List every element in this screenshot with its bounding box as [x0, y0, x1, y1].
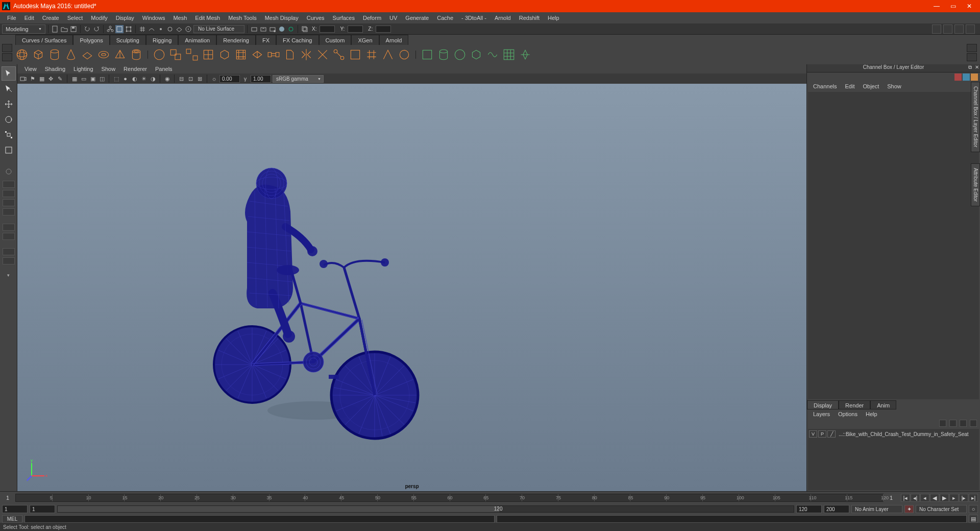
shelf-tab-arnold[interactable]: Arnold	[379, 35, 409, 45]
resolution-gate-icon[interactable]: ▣	[89, 75, 96, 83]
wireframe-icon[interactable]: ⬚	[112, 75, 120, 83]
bevel-icon[interactable]	[283, 48, 297, 61]
select-by-hierarchy-icon[interactable]	[106, 25, 114, 33]
channel-list[interactable]	[808, 92, 979, 399]
layer-tab-anim[interactable]: Anim	[870, 400, 896, 409]
menu-curves[interactable]: Curves	[303, 15, 329, 21]
rotate-tool[interactable]	[2, 112, 16, 127]
menu-generate[interactable]: Generate	[401, 15, 433, 21]
layer-row[interactable]: V P ╱ ...::Bike_with_Child_Crash_Test_Du…	[809, 430, 978, 438]
polysphere-icon[interactable]	[15, 48, 29, 61]
bridge-icon[interactable]	[267, 48, 280, 61]
boolean-icon[interactable]	[218, 48, 231, 61]
polytorus-icon[interactable]	[97, 48, 110, 61]
step-back-button[interactable]: ◂	[920, 494, 929, 502]
last-tool[interactable]	[2, 143, 16, 157]
mirror-icon[interactable]	[300, 48, 313, 61]
snap-projected-icon[interactable]	[166, 25, 174, 33]
polycylinder-icon[interactable]	[48, 48, 61, 61]
layer-move-down-icon[interactable]	[949, 420, 957, 427]
manip-z-icon[interactable]	[971, 74, 978, 81]
snap-live-icon[interactable]	[184, 25, 192, 33]
shelf-tab-rendering[interactable]: Rendering	[216, 35, 256, 45]
menu-uv[interactable]: UV	[385, 15, 401, 21]
minimize-button[interactable]: —	[933, 3, 940, 10]
shadows-icon[interactable]: ◑	[149, 75, 157, 83]
layer-menu-help[interactable]: Help	[862, 411, 881, 417]
attribute-editor-icon[interactable]	[943, 25, 952, 34]
camera-select-icon[interactable]	[19, 75, 27, 83]
smooth-icon[interactable]	[202, 48, 215, 61]
layout-3[interactable]	[3, 248, 15, 255]
shelf-right-btn-1[interactable]	[967, 44, 977, 52]
shelf-tab-xgen[interactable]: XGen	[351, 35, 379, 45]
menu-deform[interactable]: Deform	[359, 15, 385, 21]
shaded-icon[interactable]: ●	[121, 75, 129, 83]
close-button[interactable]: ✕	[966, 3, 973, 10]
modeling-toolkit-icon[interactable]	[932, 25, 941, 34]
menu-arnold[interactable]: Arnold	[491, 15, 515, 21]
open-scene-icon[interactable]	[60, 25, 68, 33]
menu-cache[interactable]: Cache	[433, 15, 457, 21]
manip-x-icon[interactable]	[954, 74, 962, 81]
step-forward-key-button[interactable]: |▸	[959, 494, 968, 502]
isolate-icon[interactable]: ◉	[163, 75, 171, 83]
go-end-button[interactable]: ▸|	[969, 494, 978, 502]
menu-display[interactable]: Display	[112, 15, 138, 21]
exposure-value[interactable]: 0.00	[219, 75, 240, 83]
menu-edit-mesh[interactable]: Edit Mesh	[191, 15, 224, 21]
scale-tool[interactable]	[2, 128, 16, 142]
shelf-left-btn-1[interactable]	[2, 44, 12, 52]
menu-mesh-tools[interactable]: Mesh Tools	[224, 15, 260, 21]
range-end-input[interactable]: 200	[824, 505, 849, 513]
uv-unfold-icon[interactable]	[519, 48, 532, 61]
save-scene-icon[interactable]	[69, 25, 78, 33]
coord-x-input[interactable]	[320, 26, 335, 33]
workspace-dropdown[interactable]: Modeling▼	[2, 25, 45, 34]
new-scene-icon[interactable]	[51, 25, 59, 33]
tool-settings-icon[interactable]	[954, 25, 964, 34]
play-back-button[interactable]: ◀	[930, 494, 939, 502]
anim-start-input[interactable]: 1	[30, 505, 55, 513]
manip-y-icon[interactable]	[963, 74, 970, 81]
layer-list[interactable]: V P ╱ ...::Bike_with_Child_Crash_Test_Du…	[808, 429, 979, 490]
layout-more[interactable]: ▾	[2, 272, 16, 279]
ipr-render-icon[interactable]	[259, 25, 267, 33]
channel-box-icon[interactable]	[966, 25, 975, 34]
layout-4[interactable]	[3, 257, 15, 264]
panel-dock-icon[interactable]: ⧉	[968, 64, 972, 70]
panel-menu-renderer[interactable]: Renderer	[119, 66, 151, 72]
snap-grid-icon[interactable]	[138, 25, 146, 33]
polypyramid-icon[interactable]	[113, 48, 127, 61]
2d-pan-icon[interactable]: ✥	[47, 75, 55, 83]
cb-menu-edit[interactable]: Edit	[841, 83, 859, 89]
extrude-icon[interactable]	[251, 48, 264, 61]
current-frame[interactable]: 1	[0, 495, 15, 501]
xray-joints-icon[interactable]: ⊡	[187, 75, 194, 83]
select-tool[interactable]	[2, 66, 16, 81]
menu-select[interactable]: Select	[63, 15, 87, 21]
layer-menu-layers[interactable]: Layers	[809, 411, 834, 417]
exposure-icon[interactable]: ☼	[210, 75, 218, 83]
panel-menu-shading[interactable]: Shading	[41, 66, 69, 72]
viewport[interactable]: y x z persp	[17, 84, 806, 491]
film-gate-icon[interactable]: ▭	[80, 75, 87, 83]
layout-1[interactable]	[3, 224, 15, 231]
script-editor-button[interactable]: ▤	[969, 515, 978, 523]
uv-editor-icon[interactable]	[502, 48, 516, 61]
gamma-icon[interactable]: γ	[241, 75, 249, 83]
shelf-tab-polygons[interactable]: Polygons	[73, 35, 109, 45]
shelf-tab-animation[interactable]: Animation	[178, 35, 216, 45]
select-by-object-icon[interactable]	[115, 25, 124, 33]
range-slider[interactable]: 120	[57, 505, 794, 513]
uv-planar-icon[interactable]	[421, 48, 434, 61]
menu-mesh[interactable]: Mesh	[169, 15, 191, 21]
menu-3dtoall[interactable]: - 3DtoAll -	[457, 15, 491, 21]
viz-grid-1[interactable]	[3, 181, 15, 188]
cb-menu-object[interactable]: Object	[859, 83, 883, 89]
live-surface-dropdown[interactable]: No Live Surface	[193, 25, 244, 33]
colorspace-dropdown[interactable]: sRGB gamma	[273, 75, 324, 83]
anim-layer-dropdown[interactable]: No Anim Layer	[851, 505, 902, 513]
layer-new-selected-icon[interactable]	[970, 420, 977, 427]
polycone-icon[interactable]	[64, 48, 78, 61]
